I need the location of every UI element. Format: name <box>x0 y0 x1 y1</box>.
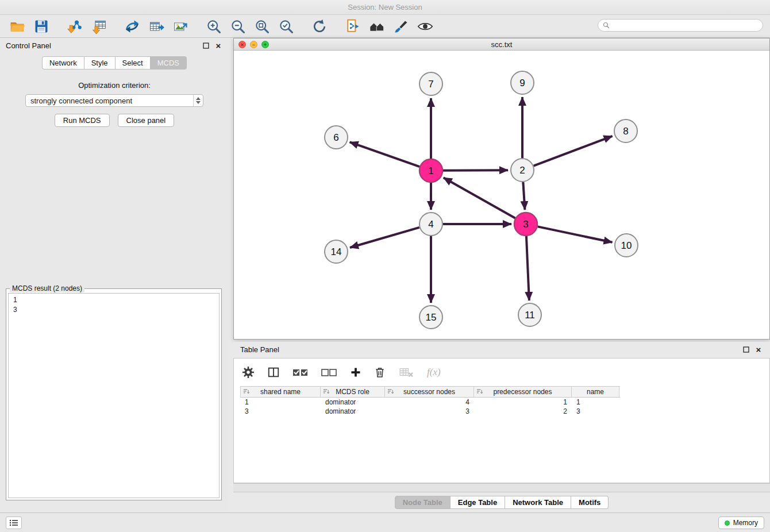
float-table-panel-icon[interactable] <box>741 345 750 354</box>
close-table-panel-icon[interactable]: × <box>754 345 763 354</box>
run-mcds-button[interactable]: Run MCDS <box>55 114 110 127</box>
mcds-buttons: Run MCDS Close panel <box>0 114 229 127</box>
tab-motifs[interactable]: Motifs <box>571 496 609 509</box>
delete-column-button[interactable] <box>374 364 386 381</box>
network-edge[interactable] <box>443 170 508 171</box>
zoom-out-icon <box>230 18 246 34</box>
status-bar: Memory <box>0 512 770 532</box>
search-field[interactable] <box>598 19 763 32</box>
import-network-button[interactable] <box>64 17 85 36</box>
import-table-button[interactable] <box>88 17 109 36</box>
network-node[interactable]: 11 <box>518 303 541 326</box>
create-column-button[interactable] <box>350 364 361 381</box>
network-edge[interactable] <box>350 228 419 248</box>
column-header-label: shared name <box>260 388 301 396</box>
network-node[interactable]: 14 <box>325 240 348 263</box>
network-node[interactable]: 15 <box>419 306 442 329</box>
criterion-dropdown[interactable]: strongly connected component <box>25 94 203 107</box>
home-icon <box>369 18 385 34</box>
home-view-button[interactable] <box>367 17 387 36</box>
close-panel-icon[interactable]: × <box>214 41 223 50</box>
export-table-button[interactable] <box>146 17 167 36</box>
table-row[interactable]: 1dominator411 <box>240 398 769 407</box>
memory-button[interactable]: Memory <box>718 516 764 529</box>
table-horizontal-scrollbar[interactable] <box>233 483 770 492</box>
mcds-result-list[interactable]: 13 <box>8 293 220 498</box>
paste-network-button[interactable] <box>342 17 363 36</box>
apply-style-button[interactable] <box>391 17 411 36</box>
network-node[interactable]: 8 <box>614 119 637 142</box>
minimize-window-icon[interactable]: − <box>250 41 257 48</box>
network-node[interactable]: 7 <box>419 72 442 95</box>
table-cell: 3 <box>240 407 321 416</box>
network-edge[interactable] <box>538 226 613 242</box>
network-node[interactable]: 10 <box>615 234 638 257</box>
column-header[interactable]: MCDS role <box>321 387 385 397</box>
network-node-label: 3 <box>523 219 528 230</box>
show-columns-button[interactable] <box>267 364 280 381</box>
network-view-window: × − + scc.txt 7968124314101511 <box>233 38 770 340</box>
list-icon <box>9 519 18 526</box>
network-node[interactable]: 9 <box>511 71 534 94</box>
tab-select[interactable]: Select <box>116 56 151 70</box>
show-hide-button[interactable] <box>415 17 436 36</box>
delete-table-button[interactable] <box>398 364 414 381</box>
control-panel-tabs: Network Style Select MCDS <box>0 56 229 70</box>
network-edge[interactable] <box>444 178 515 218</box>
column-header[interactable]: predecessor nodes <box>474 387 572 397</box>
tab-network[interactable]: Network <box>42 56 84 70</box>
tab-network-table[interactable]: Network Table <box>505 496 571 509</box>
trash-icon <box>374 366 386 379</box>
tab-mcds[interactable]: MCDS <box>151 56 187 70</box>
export-image-button[interactable] <box>170 17 191 36</box>
deselect-all-columns-button[interactable] <box>321 364 337 381</box>
float-panel-icon[interactable] <box>201 41 210 50</box>
table-settings-button[interactable] <box>242 364 255 381</box>
task-history-button[interactable] <box>6 516 22 529</box>
table-panel-title: Table Panel <box>240 345 738 354</box>
select-all-columns-button[interactable] <box>292 364 309 381</box>
network-node-label: 8 <box>623 126 628 137</box>
open-session-button[interactable] <box>7 17 28 36</box>
refresh-layout-button[interactable] <box>309 17 330 36</box>
table-row[interactable]: 3dominator323 <box>240 407 769 416</box>
network-node[interactable]: 4 <box>419 213 442 236</box>
network-window-titlebar: × − + scc.txt <box>234 38 769 51</box>
function-builder-button[interactable]: f(x) <box>427 364 441 381</box>
sort-icon <box>387 388 394 396</box>
network-node[interactable]: 3 <box>514 213 537 236</box>
tab-style[interactable]: Style <box>84 56 116 70</box>
application-window: Session: New Session <box>0 0 770 532</box>
table-panel-header: Table Panel × <box>233 342 770 357</box>
close-panel-button[interactable]: Close panel <box>118 114 175 127</box>
table-cell: 2 <box>474 407 572 416</box>
zoom-selected-button[interactable] <box>276 17 297 36</box>
network-edge[interactable] <box>350 142 420 167</box>
table-cell: 3 <box>385 407 474 416</box>
search-input[interactable] <box>613 21 758 30</box>
zoom-fit-icon <box>254 18 270 34</box>
search-icon <box>603 22 610 29</box>
network-node-label: 1 <box>428 165 433 176</box>
tab-edge-table[interactable]: Edge Table <box>451 496 505 509</box>
network-canvas[interactable]: 7968124314101511 <box>234 51 769 339</box>
network-node[interactable]: 2 <box>511 159 534 182</box>
zoom-fit-button[interactable] <box>252 17 272 36</box>
zoom-window-icon[interactable]: + <box>261 41 269 48</box>
tab-node-table[interactable]: Node Table <box>395 496 451 509</box>
network-edge[interactable] <box>534 136 613 166</box>
column-header[interactable]: shared name <box>240 387 321 397</box>
new-network-button[interactable] <box>122 17 143 36</box>
network-window-title: scc.txt <box>491 40 513 49</box>
network-edge[interactable] <box>526 236 529 300</box>
zoom-out-button[interactable] <box>228 17 248 36</box>
zoom-in-button[interactable] <box>203 17 224 36</box>
column-header[interactable]: name <box>572 387 619 397</box>
network-node[interactable]: 1 <box>419 159 442 182</box>
column-header[interactable]: successor nodes <box>385 387 474 397</box>
save-session-button[interactable] <box>31 17 52 36</box>
save-icon <box>33 18 49 34</box>
close-window-icon[interactable]: × <box>238 41 246 48</box>
network-edge[interactable] <box>523 182 525 210</box>
network-node[interactable]: 6 <box>325 126 348 149</box>
